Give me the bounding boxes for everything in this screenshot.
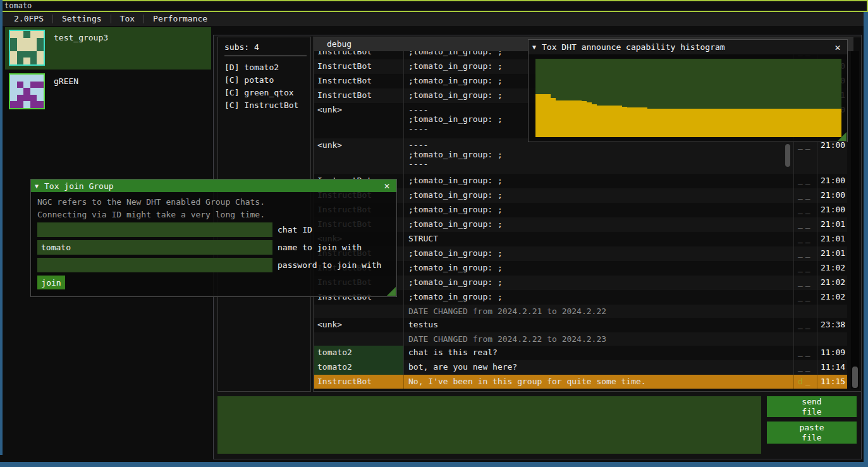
member-item-potato[interactable]: [C] potato — [224, 74, 310, 87]
histogram-bar — [810, 109, 816, 137]
message-input[interactable] — [217, 396, 761, 454]
histogram-bar — [805, 109, 810, 137]
join-button[interactable]: join — [37, 276, 65, 289]
date-changed-row[interactable]: DATE CHANGED from 2024.2.22 to 2024.2.23 — [314, 332, 847, 346]
histogram-bar — [541, 94, 546, 137]
message-timestamp: 11:14 — [817, 360, 847, 375]
message-timestamp: 21:00 — [817, 138, 847, 174]
message-author: <unk> — [314, 138, 404, 174]
message-timestamp: 21:00 — [817, 174, 847, 188]
resize-grip[interactable] — [387, 287, 396, 296]
send-file-button[interactable]: send file — [767, 396, 857, 417]
message-flags: __ — [794, 318, 817, 332]
close-icon[interactable]: ✕ — [832, 42, 843, 53]
histogram-bar — [699, 109, 704, 137]
chat-message-row[interactable]: <unk>testus__23:38 — [314, 318, 847, 332]
histogram-bar — [760, 109, 765, 137]
menu-item-performance[interactable]: Performance — [144, 12, 216, 26]
histogram-bar — [826, 109, 831, 137]
member-item-InstructBot[interactable]: [C] InstructBot — [224, 99, 310, 112]
message-timestamp: 11:09 — [817, 346, 847, 360]
chat-message-row[interactable]: tomato2chat is this real?__11:09 — [314, 346, 847, 360]
histogram-bar — [740, 109, 745, 137]
histogram-bar — [745, 109, 750, 137]
join-password-input[interactable] — [37, 258, 272, 272]
join-password-label: password to join with — [278, 260, 381, 270]
chat-id-input[interactable] — [37, 222, 272, 237]
histogram-bar — [577, 100, 582, 137]
date-changed-row[interactable]: DATE CHANGED from 2024.2.21 to 2024.2.22 — [314, 305, 847, 318]
histogram-bar — [663, 109, 668, 137]
join-group-title: Tox join Group — [44, 181, 381, 191]
message-flags: __ — [794, 232, 817, 246]
message-text: ;tomato_in_group: ; — [404, 276, 794, 290]
message-text: ;tomato_in_group: ; — [404, 290, 794, 305]
chat-inner-scrollbar-thumb[interactable] — [785, 144, 790, 167]
histogram-bar — [765, 109, 770, 137]
group-avatar-icon — [9, 30, 45, 66]
collapse-icon[interactable]: ▼ — [35, 183, 39, 190]
member-item-green_qtox[interactable]: [C] green_qtox — [224, 87, 310, 99]
menu-item-settings[interactable]: Settings — [53, 12, 111, 26]
resize-grip[interactable] — [838, 132, 847, 141]
message-flags: __ — [794, 174, 817, 188]
group-avatar-icon — [9, 73, 45, 109]
chat-message-row[interactable]: tomato2bot, are you new here?__11:14 — [314, 360, 847, 375]
dht-histogram-titlebar[interactable]: ▼ Tox DHT announce capability histogram … — [529, 40, 847, 54]
histogram-bar — [637, 107, 642, 137]
close-icon[interactable]: ✕ — [381, 180, 393, 191]
histogram-bar — [602, 106, 607, 137]
message-text: ;tomato_in_group: ; — [404, 217, 794, 232]
chat-message-row[interactable]: <unk>----;tomato_in_group: ;----__21:00 — [314, 138, 847, 174]
message-timestamp: 11:15 — [817, 375, 847, 389]
histogram-bar — [704, 109, 709, 137]
message-flags — [794, 305, 817, 318]
message-text: bot, are you new here? — [404, 360, 794, 375]
message-text: ----;tomato_in_group: ;---- — [404, 138, 794, 174]
menu-item-tox[interactable]: Tox — [111, 12, 144, 26]
message-author: InstructBot — [314, 74, 404, 88]
message-timestamp: 21:00 — [817, 188, 847, 203]
message-timestamp: 21:02 — [817, 276, 847, 290]
histogram-bar — [658, 109, 663, 137]
message-timestamp: 21:01 — [817, 217, 847, 232]
message-text: STRUCT — [404, 232, 794, 246]
message-timestamp: 21:00 — [817, 203, 847, 217]
histogram-bar — [673, 109, 678, 137]
member-item-tomato2[interactable]: [D] tomato2 — [224, 61, 310, 74]
message-flags: __ — [794, 276, 817, 290]
histogram-bar — [729, 109, 734, 137]
chat-message-row[interactable]: InstructBotNo, I've been in this group f… — [314, 375, 847, 389]
window-titlebar[interactable]: tomato — [0, 0, 868, 12]
message-timestamp: 21:01 — [817, 232, 847, 246]
message-flags — [794, 332, 817, 346]
window-title: tomato — [4, 1, 32, 10]
collapse-icon[interactable]: ▼ — [532, 44, 536, 51]
group-name: test_group3 — [54, 33, 108, 70]
histogram-plot — [535, 59, 841, 137]
join-name-label: name to join with — [278, 243, 362, 252]
message-flags: __ — [794, 290, 817, 305]
join-group-titlebar[interactable]: ▼ Tox join Group ✕ — [31, 179, 396, 192]
histogram-bar — [800, 109, 805, 137]
message-author — [314, 332, 404, 346]
chat-scrollbar[interactable] — [851, 51, 859, 389]
join-name-input[interactable] — [37, 240, 272, 255]
message-author — [314, 305, 404, 318]
group-item-test_group3[interactable]: test_group3 — [5, 27, 211, 70]
paste-file-button[interactable]: paste file — [767, 422, 857, 444]
message-flags: __ — [794, 188, 817, 203]
send-file-label-line2: file — [802, 407, 821, 416]
histogram-bar — [724, 109, 729, 137]
message-flags: __ — [794, 246, 817, 261]
subs-separator — [224, 56, 307, 56]
histogram-bar — [587, 102, 592, 137]
dht-histogram-title: Tox DHT announce capability histogram — [542, 42, 832, 52]
histogram-bar — [719, 109, 724, 137]
message-timestamp: 21:01 — [817, 246, 847, 261]
message-author: InstructBot — [314, 88, 404, 103]
group-item-gREEN[interactable]: gREEN — [5, 71, 211, 113]
histogram-bar — [597, 106, 602, 137]
histogram-bar — [607, 106, 612, 137]
chat-scrollbar-thumb[interactable] — [852, 367, 858, 388]
